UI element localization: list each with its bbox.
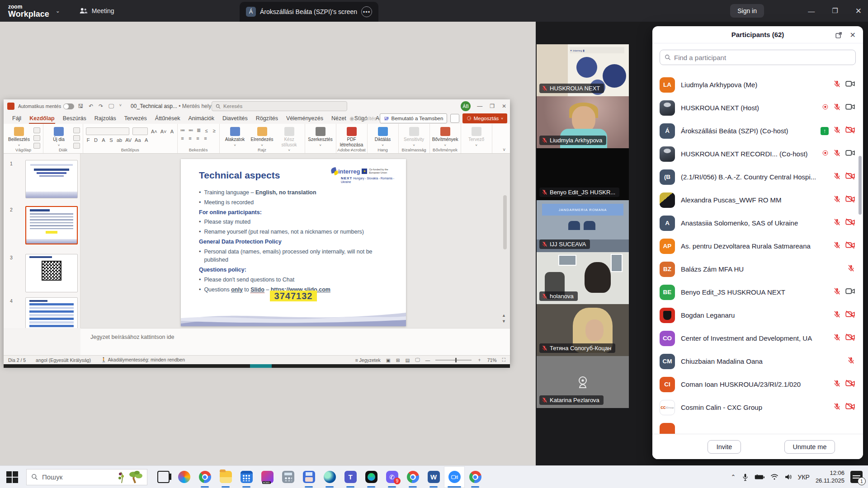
tab-shared-screen[interactable]: Á Árokszállási Beáta (SZPI)'s screen •••	[240, 2, 378, 22]
microphone-tray-icon[interactable]	[742, 473, 749, 482]
paragraph-tool-icon[interactable]: ≔	[180, 127, 185, 133]
slide-sorter-icon[interactable]: ⊞	[396, 357, 400, 363]
tab-meeting[interactable]: Meeting	[79, 7, 114, 14]
participant-row[interactable]: APAs. pentru Dezvoltarea Rurala Satmarea…	[652, 235, 863, 258]
camera-off-icon[interactable]	[845, 195, 855, 205]
close-button[interactable]: ✕	[855, 6, 862, 16]
ppt-menu-áttűnések[interactable]: Áttűnések	[151, 113, 184, 124]
video-tile-black[interactable]: Benyo Edit_JS HUSKR...	[537, 148, 629, 200]
ppt-menu-rögzítés[interactable]: Rögzítés	[252, 113, 282, 124]
font-name-select[interactable]	[86, 127, 129, 135]
participant-row[interactable]: BEBenyo Edit_JS HUSKROUA NEXT	[652, 281, 863, 304]
muted-mic-icon[interactable]	[833, 333, 841, 343]
video-tile-person2[interactable]: Тетяна Сологуб-Коцан	[537, 304, 629, 356]
font-size-select[interactable]	[132, 127, 148, 135]
reading-view-icon[interactable]: ▤	[406, 357, 410, 363]
close-panel-icon[interactable]: ✕	[850, 31, 856, 39]
ppt-restore-button[interactable]: ❐	[490, 103, 495, 109]
font-tool-icon[interactable]: A˄	[151, 129, 157, 134]
slide-scrollbar[interactable]: ▲ ▼	[503, 156, 507, 324]
ribbon-button-diktálás[interactable]: Diktálás˅	[370, 126, 396, 147]
video-tile-poster[interactable]: ✦ interreg ▮HUSKROUA NEXT	[537, 44, 629, 96]
redo-icon[interactable]: ↷	[99, 103, 103, 109]
paragraph-tool-icon[interactable]: ≡	[188, 136, 193, 141]
unmute-me-button[interactable]: Unmute me	[784, 440, 835, 454]
font-tool-icon[interactable]: S	[109, 137, 113, 143]
participant-row[interactable]: ÁÁrokszállási Beáta (SZPI) (Co-host)↑	[652, 119, 863, 142]
font-tool-icon[interactable]: F	[86, 137, 90, 143]
font-tool-icon[interactable]: D	[94, 137, 98, 143]
video-tile-camoff[interactable]: Katarina Pezlarova	[537, 356, 629, 408]
zoom-out-icon[interactable]: —	[425, 357, 430, 363]
ppt-minimize-button[interactable]: —	[477, 103, 482, 109]
participant-row[interactable]: cc|GroupCosmin Calin - CXC Group	[652, 396, 863, 419]
ppt-menu-tervezés[interactable]: Tervezés	[120, 113, 151, 124]
tray-expand-icon[interactable]: ⌃	[731, 474, 736, 480]
ppt-menu-fájl[interactable]: Fájl	[8, 113, 25, 124]
ppt-menu-beszúrás[interactable]: Beszúrás	[59, 113, 90, 124]
ribbon-small-icon[interactable]	[73, 127, 80, 133]
muted-mic-icon[interactable]	[847, 264, 855, 274]
taskbar-icon-calendar[interactable]	[236, 466, 257, 488]
ribbon-button-új-dia[interactable]: Új dia˅	[46, 126, 71, 147]
normal-view-icon[interactable]: ▣	[386, 357, 391, 363]
volume-icon[interactable]	[784, 474, 792, 480]
muted-mic-icon[interactable]	[833, 149, 841, 159]
taskbar-icon-file-manager[interactable]	[298, 466, 319, 488]
start-button[interactable]	[6, 471, 18, 483]
ppt-search-box[interactable]: Keresés	[212, 101, 347, 111]
ppt-menu-véleményezés[interactable]: Véleményezés	[282, 113, 327, 124]
ribbon-button-alakzatok[interactable]: Alakzatok˅	[222, 126, 248, 147]
font-tool-icon[interactable]: A˅	[160, 129, 167, 134]
accessibility-status[interactable]: 🚶 Akadálymentesség: minden rendben	[101, 357, 185, 363]
participant-row[interactable]: HUSKROUA NEXT RECORDI... (Co-host)	[652, 142, 863, 165]
slide-thumbnail-4[interactable]	[25, 297, 78, 328]
paragraph-tool-icon[interactable]: ≤	[204, 128, 209, 133]
zoom-in-icon[interactable]: ＋	[477, 357, 482, 363]
paragraph-tool-icon[interactable]: ≡	[196, 136, 200, 141]
taskbar-icon-zoom[interactable]	[444, 466, 465, 488]
font-tool-icon[interactable]: Aa	[135, 137, 141, 143]
scrollbar-thumb[interactable]	[503, 195, 507, 249]
muted-mic-icon[interactable]	[833, 80, 841, 89]
ribbon-button-elrendezés[interactable]: Elrendezés˅	[250, 126, 275, 147]
taskbar-icon-chrome-profile[interactable]	[402, 466, 423, 488]
camera-off-icon[interactable]	[845, 241, 855, 251]
participant-row[interactable]: Bogdan Leganaru	[652, 304, 863, 327]
taskbar-search-box[interactable]: Пошук	[26, 469, 147, 485]
present-in-teams-button[interactable]: 🖳Bemutató a Teamsben	[380, 113, 447, 123]
camera-on-icon[interactable]	[845, 287, 855, 297]
ppt-menu-nézet[interactable]: Nézet	[327, 113, 350, 124]
ppt-menu-kezdőlap[interactable]: Kezdőlap	[25, 113, 59, 124]
video-tile-office[interactable]: holanova	[537, 252, 629, 304]
invite-button[interactable]: Invite	[708, 440, 741, 454]
ribbon-button-szerkesztés[interactable]: Szerkesztés˅	[308, 126, 333, 147]
muted-mic-icon[interactable]	[833, 241, 841, 251]
save-icon[interactable]: 🖫	[78, 103, 83, 109]
muted-mic-icon[interactable]	[833, 195, 841, 205]
ppt-account-avatar[interactable]: ÁB	[461, 101, 471, 111]
participant-row[interactable]: AAnastasiia Solomenko, SAS of Ukraine	[652, 211, 863, 235]
taskbar-icon-edge[interactable]	[319, 466, 340, 488]
ppt-menu-rajzolás[interactable]: Rajzolás	[90, 113, 120, 124]
restore-button[interactable]: ❐	[832, 7, 838, 15]
ppt-menu-diavetítés[interactable]: Diavetítés	[218, 113, 252, 124]
ppt-close-button[interactable]: ✕	[502, 103, 506, 109]
taskbar-icon-chrome-gmail[interactable]	[465, 466, 486, 488]
paragraph-tool-icon[interactable]: ≣	[197, 127, 201, 133]
ribbon-button-beillesztés[interactable]: Beillesztés˅	[6, 126, 32, 147]
muted-mic-icon[interactable]	[833, 218, 841, 228]
zoom-level[interactable]: 71%	[487, 357, 497, 363]
ribbon-small-icon[interactable]	[33, 135, 40, 141]
qat-chevron-icon[interactable]: ˅	[119, 103, 122, 109]
camera-off-icon[interactable]	[845, 403, 855, 412]
ppt-menu-animációk[interactable]: Animációk	[184, 113, 218, 124]
muted-mic-icon[interactable]	[833, 172, 841, 182]
font-tool-icon[interactable]: A	[144, 137, 149, 143]
camera-off-icon[interactable]	[845, 172, 855, 182]
ribbon-small-icon[interactable]	[33, 127, 40, 133]
zoom-slider[interactable]	[435, 360, 472, 361]
camera-off-icon[interactable]	[845, 218, 855, 228]
camera-off-icon[interactable]	[845, 380, 855, 389]
muted-mic-icon[interactable]	[833, 310, 841, 320]
